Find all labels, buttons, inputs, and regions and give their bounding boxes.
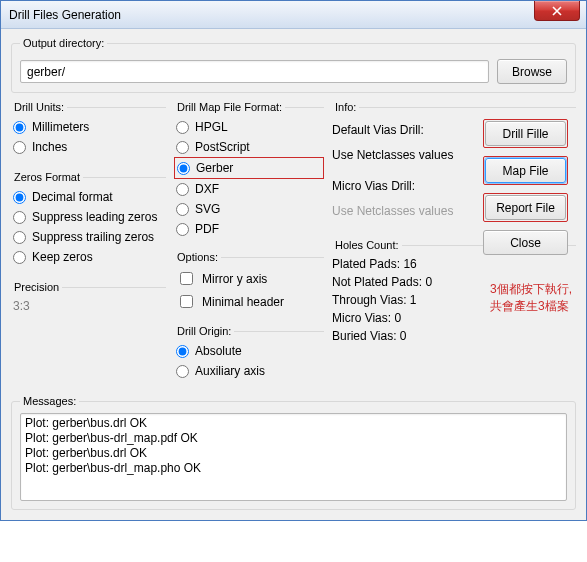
info-use-netclasses: Use Netclasses values (332, 146, 453, 164)
drill-units-legend: Drill Units: (11, 101, 67, 113)
option-minimal-header[interactable]: Minimal header (174, 290, 324, 313)
precision-group: Precision 3:3 (11, 281, 166, 321)
holes-not-plated: Not Plated Pads: 0 (332, 273, 467, 291)
window-title: Drill Files Generation (9, 8, 121, 22)
holes-buried: Buried Vias: 0 (332, 327, 467, 345)
close-button[interactable]: Close (483, 230, 568, 255)
map-hpgl[interactable]: HPGL (174, 117, 324, 137)
messages-legend: Messages: (20, 395, 79, 407)
info-use-netclasses-disabled: Use Netclasses values (332, 202, 453, 220)
origin-auxiliary[interactable]: Auxiliary axis (174, 361, 324, 381)
info-legend: Info: (332, 101, 359, 113)
options-legend: Options: (174, 251, 221, 263)
report-file-button[interactable]: Report File (485, 195, 566, 220)
message-line: Plot: gerber\bus.drl OK (25, 416, 562, 431)
holes-plated: Plated Pads: 16 (332, 255, 467, 273)
dialog-body: Output directory: Browse Drill Units: Mi… (1, 29, 586, 520)
map-file-button[interactable]: Map File (485, 158, 566, 183)
map-postscript[interactable]: PostScript (174, 137, 324, 157)
zeros-format-group: Zeros Format Decimal format Suppress lea… (11, 171, 166, 273)
drill-units-mm[interactable]: Millimeters (11, 117, 166, 137)
drill-origin-group: Drill Origin: Absolute Auxiliary axis (174, 325, 324, 387)
action-buttons-column: Drill Fille Map File Report File Close (483, 119, 568, 255)
map-svg[interactable]: SVG (174, 199, 324, 219)
precision-value: 3:3 (11, 297, 166, 315)
origin-absolute[interactable]: Absolute (174, 341, 324, 361)
highlight-map: Map File (483, 156, 568, 185)
options-group: Options: Mirror y axis Minimal header (174, 251, 324, 319)
browse-button[interactable]: Browse (497, 59, 567, 84)
map-pdf[interactable]: PDF (174, 219, 324, 239)
map-dxf[interactable]: DXF (174, 179, 324, 199)
zeros-decimal[interactable]: Decimal format (11, 187, 166, 207)
precision-legend: Precision (11, 281, 62, 293)
message-line: Plot: gerber\bus-drl_map.pdf OK (25, 431, 562, 446)
zeros-suppress-leading[interactable]: Suppress leading zeros (11, 207, 166, 227)
drill-file-button[interactable]: Drill Fille (485, 121, 566, 146)
drill-units-group: Drill Units: Millimeters Inches (11, 101, 166, 163)
option-mirror-y[interactable]: Mirror y axis (174, 267, 324, 290)
map-format-legend: Drill Map File Format: (174, 101, 285, 113)
highlight-report: Report File (483, 193, 568, 222)
highlight-drill: Drill Fille (483, 119, 568, 148)
dialog-window: Drill Files Generation Output directory:… (0, 0, 587, 521)
drill-origin-legend: Drill Origin: (174, 325, 234, 337)
map-gerber[interactable]: Gerber (174, 157, 324, 179)
output-directory-legend: Output directory: (20, 37, 107, 49)
output-directory-input[interactable] (20, 60, 489, 83)
zeros-suppress-trailing[interactable]: Suppress trailing zeros (11, 227, 166, 247)
info-micro-vias: Micro Vias Drill: (332, 177, 415, 195)
window-close-button[interactable] (534, 1, 580, 21)
holes-through: Through Vias: 1 (332, 291, 467, 309)
info-default-vias: Default Vias Drill: (332, 121, 424, 139)
close-icon (551, 6, 563, 16)
zeros-keep[interactable]: Keep zeros (11, 247, 166, 267)
messages-box[interactable]: Plot: gerber\bus.drl OK Plot: gerber\bus… (20, 413, 567, 501)
output-directory-group: Output directory: Browse (11, 37, 576, 93)
annotation-text: 3個都按下執行, 共會產生3檔案 (490, 281, 572, 315)
zeros-format-legend: Zeros Format (11, 171, 83, 183)
messages-group: Messages: Plot: gerber\bus.drl OK Plot: … (11, 395, 576, 510)
map-format-group: Drill Map File Format: HPGL PostScript G… (174, 101, 324, 245)
message-line: Plot: gerber\bus.drl OK (25, 446, 562, 461)
holes-micro: Micro Vias: 0 (332, 309, 467, 327)
drill-units-in[interactable]: Inches (11, 137, 166, 157)
holes-count-legend: Holes Count: (332, 239, 402, 251)
titlebar[interactable]: Drill Files Generation (1, 1, 586, 29)
message-line: Plot: gerber\bus-drl_map.pho OK (25, 461, 562, 476)
